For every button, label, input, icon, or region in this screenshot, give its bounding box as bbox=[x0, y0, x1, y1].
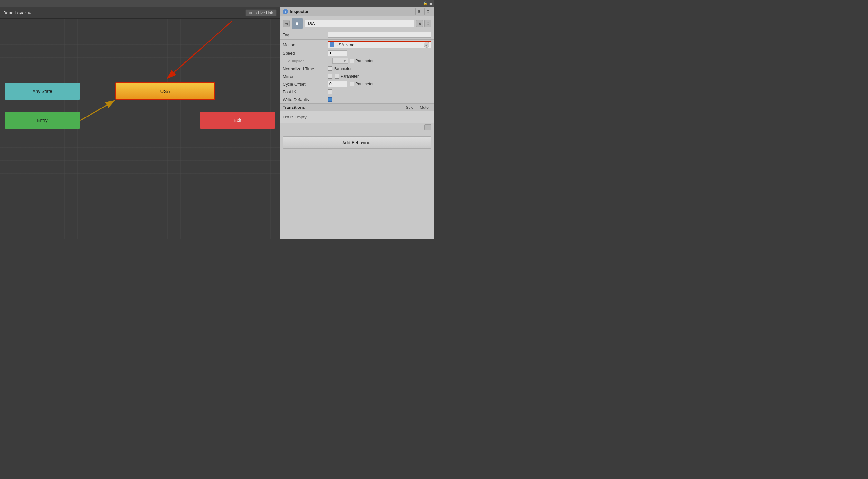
motion-label: Motion bbox=[283, 42, 328, 47]
layout-small-icon[interactable]: ⊞ bbox=[416, 20, 423, 27]
graph-canvas: Any State Entry USA Exit bbox=[0, 19, 280, 240]
speed-label: Speed bbox=[283, 51, 328, 56]
motion-clip-icon bbox=[330, 42, 334, 47]
transitions-label: Transitions bbox=[283, 105, 402, 110]
motion-select-button[interactable]: ◎ bbox=[424, 42, 430, 47]
cycle-offset-label: Cycle Offset bbox=[283, 82, 328, 87]
layer-arrow-icon: ▶ bbox=[28, 11, 31, 15]
mirror-checkbox[interactable] bbox=[328, 74, 332, 78]
multiplier-row: Multiplier ▼ Parameter bbox=[280, 57, 434, 65]
multiplier-label: Multiplier bbox=[287, 59, 332, 63]
back-button[interactable]: ◀ bbox=[283, 20, 290, 27]
write-defaults-row: Write Defaults ✓ bbox=[280, 96, 434, 103]
entry-label: Entry bbox=[37, 118, 48, 123]
tag-label: Tag bbox=[283, 33, 328, 37]
minus-button[interactable]: − bbox=[424, 124, 431, 130]
tag-input[interactable] bbox=[328, 32, 431, 38]
info-icon: i bbox=[283, 9, 288, 14]
normalized-time-label: Normalized Time bbox=[283, 66, 328, 71]
base-layer-label: Base Layer bbox=[3, 10, 26, 15]
speed-row: Speed bbox=[280, 49, 434, 57]
write-defaults-checkbox[interactable]: ✓ bbox=[328, 97, 332, 102]
normalized-time-row: Normalized Time Parameter bbox=[280, 65, 434, 72]
lock-icon[interactable]: 🔒 bbox=[423, 1, 428, 5]
divider-1 bbox=[280, 39, 434, 40]
state-name-input[interactable] bbox=[305, 20, 414, 27]
mirror-label: Mirror bbox=[283, 74, 328, 79]
svg-line-3 bbox=[81, 101, 114, 120]
graph-header: Base Layer ▶ Auto Live Link bbox=[0, 7, 280, 19]
mirror-parameter-checkbox[interactable] bbox=[335, 74, 339, 78]
motion-value-box[interactable]: USA_vmd ◎ bbox=[328, 41, 431, 48]
speed-input[interactable] bbox=[328, 50, 347, 56]
any-state-node[interactable]: Any State bbox=[4, 83, 80, 100]
menu-icon[interactable]: ☰ bbox=[430, 1, 433, 5]
tag-row: Tag bbox=[280, 31, 434, 39]
top-bar: 🔒 ☰ bbox=[0, 0, 434, 7]
transitions-header: Transitions Solo Mute bbox=[280, 103, 434, 111]
mirror-parameter-label: Parameter bbox=[341, 74, 359, 78]
auto-live-link-button[interactable]: Auto Live Link bbox=[245, 9, 277, 17]
usa-state-node[interactable]: USA bbox=[115, 82, 215, 100]
svg-line-2 bbox=[167, 21, 232, 78]
normalized-time-checkbox[interactable] bbox=[328, 66, 332, 71]
multiplier-parameter-label: Parameter bbox=[355, 59, 373, 63]
foot-ik-label: Foot IK bbox=[283, 90, 328, 94]
multiplier-parameter-checkbox[interactable] bbox=[350, 59, 354, 63]
inspector-panel: i Inspector ⊞ ⚙ ◀ ■ ⊞ ⚙ bbox=[280, 7, 434, 240]
list-empty-text: List is Empty bbox=[283, 115, 307, 120]
any-state-label: Any State bbox=[33, 89, 52, 94]
usa-label: USA bbox=[160, 89, 170, 94]
motion-value-text: USA_vmd bbox=[336, 42, 354, 47]
graph-panel: Base Layer ▶ Auto Live Link bbox=[0, 7, 280, 240]
normalized-time-parameter-label: Parameter bbox=[334, 66, 351, 71]
gear-small-icon[interactable]: ⚙ bbox=[424, 20, 431, 27]
cycle-offset-parameter-group: Parameter bbox=[350, 82, 373, 86]
add-behaviour-button[interactable]: Add Behaviour bbox=[283, 136, 431, 149]
foot-ik-checkbox[interactable] bbox=[328, 90, 332, 94]
mirror-row: Mirror Parameter bbox=[280, 72, 434, 80]
mute-column-label: Mute bbox=[417, 105, 431, 110]
mirror-parameter-group: Parameter bbox=[335, 74, 359, 78]
multiplier-parameter-group: Parameter bbox=[350, 59, 373, 63]
inspector-content: ◀ ■ ⊞ ⚙ Tag Motion USA_vmd bbox=[280, 16, 434, 240]
motion-row: Motion USA_vmd ◎ bbox=[280, 40, 434, 49]
exit-label: Exit bbox=[234, 118, 241, 123]
exit-node[interactable]: Exit bbox=[199, 112, 275, 129]
inspector-title: Inspector bbox=[290, 9, 309, 14]
add-behaviour-label: Add Behaviour bbox=[342, 140, 372, 145]
write-defaults-label: Write Defaults bbox=[283, 97, 328, 102]
foot-ik-row: Foot IK bbox=[280, 88, 434, 96]
normalized-time-parameter-group: Parameter bbox=[328, 66, 351, 71]
entry-node[interactable]: Entry bbox=[4, 112, 80, 129]
multiplier-dropdown[interactable]: ▼ bbox=[332, 58, 348, 64]
state-icon-box: ■ bbox=[292, 18, 303, 29]
cycle-offset-parameter-label: Parameter bbox=[355, 82, 373, 86]
gear-icon-btn[interactable]: ⚙ bbox=[424, 8, 431, 15]
list-empty-box: List is Empty bbox=[280, 111, 434, 123]
arrow-overlay bbox=[0, 19, 280, 240]
cycle-offset-input[interactable] bbox=[328, 81, 347, 87]
main-layout: Base Layer ▶ Auto Live Link bbox=[0, 7, 434, 240]
cycle-offset-parameter-checkbox[interactable] bbox=[350, 82, 354, 86]
inspector-name-row: ◀ ■ ⊞ ⚙ bbox=[280, 16, 434, 31]
graph-title: Base Layer ▶ bbox=[3, 10, 31, 15]
cycle-offset-row: Cycle Offset Parameter bbox=[280, 80, 434, 88]
minus-row: − bbox=[280, 123, 434, 131]
layout-icon-btn[interactable]: ⊞ bbox=[415, 8, 423, 15]
solo-column-label: Solo bbox=[402, 105, 417, 110]
inspector-header: i Inspector ⊞ ⚙ bbox=[280, 7, 434, 16]
